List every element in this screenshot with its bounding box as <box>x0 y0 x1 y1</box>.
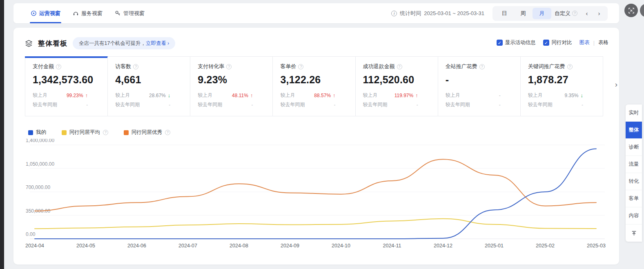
help-icon[interactable] <box>298 64 303 69</box>
legend-item-mine[interactable]: 我的 <box>28 129 46 136</box>
tab-management-view[interactable]: 管理视窗 <box>115 3 145 23</box>
trend-arrow: ↑ <box>85 92 88 98</box>
range-custom[interactable]: 自定义 <box>551 8 581 19</box>
range-day[interactable]: 日 <box>495 8 514 19</box>
sidebar-item-traffic[interactable]: 流量 <box>626 156 642 173</box>
svg-text:2024-11: 2024-11 <box>383 243 401 249</box>
svg-text:700,000.00: 700,000.00 <box>26 185 50 190</box>
help-icon[interactable] <box>103 130 108 135</box>
board-title: 整体看板 <box>38 39 67 48</box>
tab-label: 管理视窗 <box>123 10 145 17</box>
mom-label: 较上月 <box>363 92 378 99</box>
prev-period-button[interactable] <box>581 8 593 19</box>
crop-frame-icon <box>628 7 635 14</box>
sidebar-item-realtime[interactable]: 实时 <box>626 104 642 122</box>
help-icon[interactable] <box>133 64 138 69</box>
range-month[interactable]: 月 <box>533 8 551 19</box>
svg-text:2024-10: 2024-10 <box>332 243 350 249</box>
range-custom-label: 自定义 <box>555 8 570 19</box>
sidebar-item-overall[interactable]: 整体 <box>626 122 642 139</box>
window-edge-strip <box>0 0 4 269</box>
overview-board-panel: 整体看板 全店一共有17个机会可提升， 立即查看 显示活动信息 同行对比 图表 … <box>13 28 619 265</box>
chevron-right-icon <box>167 40 169 46</box>
metric-card-conversion-rate[interactable]: 支付转化率 9.23% 较上月48.11%↑ 较去年同期- <box>190 57 272 116</box>
view-table-button[interactable]: 表格 <box>598 39 608 46</box>
sidebar-item-diagnosis[interactable]: 诊断 <box>626 139 642 156</box>
sidebar-item-conversion[interactable]: 转化 <box>626 173 642 190</box>
yoy-value: - <box>251 102 253 108</box>
svg-text:2025-02: 2025-02 <box>536 243 555 249</box>
mom-label: 较上月 <box>446 92 460 99</box>
trend-arrow: ↑ <box>250 92 253 98</box>
banner-text: 全店一共有17个机会可提升， <box>79 40 146 47</box>
checkbox-activity-info[interactable] <box>497 40 503 46</box>
mom-label: 较上月 <box>528 92 543 99</box>
mom-value: 28.67%↓ <box>149 92 170 98</box>
yoy-label: 较去年同期 <box>363 101 388 108</box>
svg-text:2024-12: 2024-12 <box>434 243 452 249</box>
range-week[interactable]: 周 <box>514 8 533 19</box>
metric-card-payment-amount[interactable]: 支付金额 1,342,573.60 较上月99.23%↑ 较去年同期- <box>25 57 107 116</box>
legend-swatch <box>28 130 33 135</box>
tab-label: 运营视窗 <box>39 10 60 17</box>
cards-scroll-next-button[interactable] <box>615 80 617 89</box>
info-icon <box>391 11 397 16</box>
help-icon[interactable] <box>226 64 232 69</box>
topbar-right-controls: 统计时间 2025-03-01 ~ 2025-03-31 日 周 月 自定义 <box>391 6 608 21</box>
checkbox-label: 显示活动信息 <box>505 39 536 46</box>
legend-swatch <box>124 130 129 135</box>
banner-link[interactable]: 立即查看 <box>146 40 166 47</box>
scroll-to-top-icon <box>631 230 637 236</box>
view-chart-button[interactable]: 图表 <box>579 39 590 46</box>
card-value: 4,661 <box>115 74 183 86</box>
top-nav-bar: 运营视窗 服务视窗 管理视窗 统计时间 2025-03-01 ~ 2025-03… <box>13 3 619 23</box>
sidebar-item-order-value[interactable]: 客单 <box>626 190 642 207</box>
mom-label: 较上月 <box>115 92 130 99</box>
help-icon[interactable] <box>572 11 577 16</box>
legend-item-peer-best[interactable]: 同行同层优秀 <box>124 129 170 136</box>
card-title: 成功退款金额 <box>363 63 395 70</box>
toggle-activity-info[interactable]: 显示活动信息 <box>497 39 536 46</box>
trend-arrow: ↓ <box>580 92 583 98</box>
help-icon[interactable] <box>567 64 573 69</box>
mom-label: 较上月 <box>280 92 295 99</box>
tab-operation-view[interactable]: 运营视窗 <box>31 3 60 23</box>
metric-card-avg-order-value[interactable]: 客单价 3,122.26 较上月88.57%↑ 较去年同期- <box>272 57 355 116</box>
tab-service-view[interactable]: 服务视窗 <box>73 3 103 23</box>
metric-card-visitors[interactable]: 访客数 4,661 较上月28.67%↓ 较去年同期- <box>107 57 190 116</box>
metric-card-sitewide-promo-cost[interactable]: 全站推广花费 - 较上月- 较去年同期- <box>438 57 520 116</box>
svg-text:2024-04: 2024-04 <box>25 243 44 249</box>
help-icon[interactable] <box>397 64 402 69</box>
opportunity-banner[interactable]: 全店一共有17个机会可提升， 立即查看 <box>73 37 175 49</box>
board-header: 整体看板 全店一共有17个机会可提升， 立即查看 <box>25 37 175 50</box>
svg-text:2024-07: 2024-07 <box>178 243 197 249</box>
help-icon[interactable] <box>165 130 170 135</box>
svg-text:2025-03: 2025-03 <box>587 243 606 249</box>
next-period-button[interactable] <box>593 8 605 19</box>
legend-swatch <box>62 130 67 135</box>
yoy-value: - <box>582 102 583 108</box>
metric-card-refund-amount[interactable]: 成功退款金额 112,520.60 较上月119.97%↑ 较去年同期- <box>355 57 438 116</box>
svg-text:2024-08: 2024-08 <box>230 243 248 249</box>
help-icon[interactable] <box>56 64 61 69</box>
svg-text:0.00: 0.00 <box>26 231 36 237</box>
chart-legend: 我的 同行同层平均 同行同层优秀 <box>28 129 170 136</box>
mom-label: 较上月 <box>198 92 212 99</box>
back-to-top-button[interactable] <box>626 225 642 242</box>
mom-value: - <box>499 93 501 98</box>
checkbox-peer-compare[interactable] <box>543 40 549 46</box>
svg-text:1,050,000.00: 1,050,000.00 <box>26 161 54 167</box>
board-controls: 显示活动信息 同行对比 图表 表格 <box>497 39 608 46</box>
sidebar-item-content[interactable]: 内容 <box>626 207 642 225</box>
metric-cards-row: 支付金额 1,342,573.60 较上月99.23%↑ 较去年同期- 访客数 … <box>25 56 603 116</box>
floating-button-partial[interactable] <box>640 4 644 17</box>
toggle-peer-compare[interactable]: 同行对比 <box>543 39 572 46</box>
help-icon[interactable] <box>479 64 485 69</box>
checkbox-label: 同行对比 <box>552 39 572 46</box>
legend-item-peer-average[interactable]: 同行同层平均 <box>62 129 108 136</box>
screenshot-button[interactable] <box>624 4 638 17</box>
card-title: 关键词推广花费 <box>528 63 565 70</box>
chart-table-toggle: 图表 表格 <box>579 39 608 46</box>
metric-card-keyword-promo-cost[interactable]: 关键词推广花费 1,878.27 较上月9.35%↓ 较去年同期- <box>520 57 603 116</box>
mom-value: 119.97%↑ <box>394 92 418 98</box>
